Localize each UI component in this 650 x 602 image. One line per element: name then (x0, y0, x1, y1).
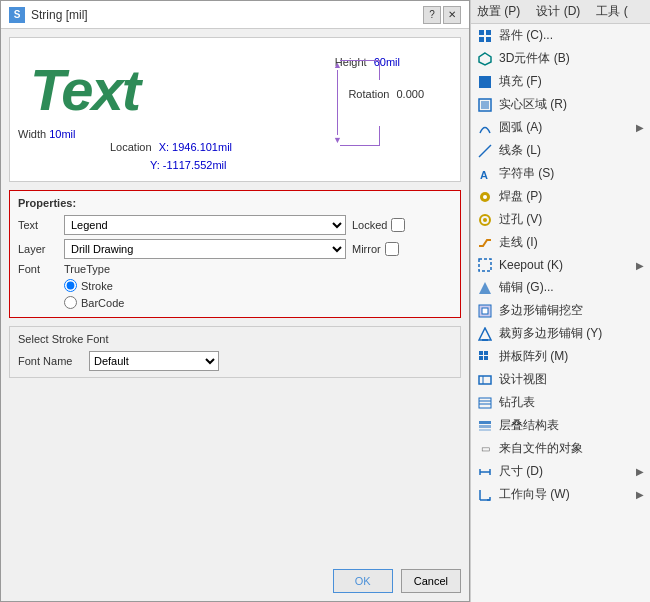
line-label: 线条 (L) (499, 142, 541, 159)
ok-button[interactable]: OK (333, 569, 393, 593)
menu-item-array[interactable]: 拼板阵列 (M) (471, 345, 650, 368)
3d-icon (477, 51, 493, 67)
text-select[interactable]: Legend (64, 215, 346, 235)
svg-rect-31 (479, 429, 491, 431)
layer-select[interactable]: Drill Drawing (64, 239, 346, 259)
svg-marker-15 (479, 282, 491, 294)
dialog-icon: S (9, 7, 25, 23)
menu-item-poly-trim[interactable]: 裁剪多边形铺铜 (Y) (471, 322, 650, 345)
menu-item-via[interactable]: 过孔 (V) (471, 208, 650, 231)
array-icon (477, 349, 493, 365)
title-left: S String [mil] (9, 7, 88, 23)
3d-label: 3D元件体 (B) (499, 50, 570, 67)
keepout-icon (477, 257, 493, 273)
stroke-radio-label: Stroke (81, 280, 113, 292)
width-text: Width (18, 128, 49, 140)
stroke-font-row: Font Name Default (18, 351, 452, 371)
poly-trim-label: 裁剪多边形铺铜 (Y) (499, 325, 602, 342)
menu-item-arc[interactable]: 圆弧 (A) ▶ (471, 116, 650, 139)
dimension-label: 尺寸 (D) (499, 463, 543, 480)
svg-rect-14 (479, 259, 491, 271)
svg-marker-4 (479, 53, 491, 65)
menu-item-from-file[interactable]: ▭ 来自文件的对象 (471, 437, 650, 460)
menu-item-line[interactable]: 线条 (L) (471, 139, 650, 162)
fill-label: 填充 (F) (499, 73, 542, 90)
menu-item-region[interactable]: 实心区域 (R) (471, 93, 650, 116)
layer-stack-icon (477, 418, 493, 434)
svg-rect-3 (486, 37, 491, 42)
keepout-label: Keepout (K) (499, 258, 563, 272)
svg-rect-21 (484, 351, 488, 355)
mirror-label: Mirror (352, 243, 381, 255)
menu-item-trace[interactable]: 走线 (I) (471, 231, 650, 254)
string-icon: A (477, 166, 493, 182)
menu-item-layer-stack[interactable]: 层叠结构表 (471, 414, 650, 437)
menu-item-dimension[interactable]: 尺寸 (D) ▶ (471, 460, 650, 483)
cancel-button[interactable]: Cancel (401, 569, 461, 593)
arc-label: 圆弧 (A) (499, 119, 542, 136)
font-name-select[interactable]: Default (89, 351, 219, 371)
font-label: Font (18, 263, 58, 275)
text-label: Text (18, 219, 58, 231)
svg-rect-20 (479, 351, 483, 355)
menu-item-design-view[interactable]: 设计视图 (471, 368, 650, 391)
location-text: Location (110, 141, 152, 153)
menu-item-component[interactable]: 器件 (C)... (471, 24, 650, 47)
coord-label: 工作向导 (W) (499, 486, 570, 503)
keepout-arrow: ▶ (636, 260, 644, 271)
copper-icon (477, 280, 493, 296)
menu-header: 放置 (P) 设计 (D) 工具 ( (471, 0, 650, 24)
svg-rect-24 (479, 376, 491, 384)
menu-header-place[interactable]: 放置 (P) (477, 3, 520, 20)
font-row: Font TrueType (18, 263, 452, 275)
from-file-label: 来自文件的对象 (499, 440, 583, 457)
menu-header-tools[interactable]: 工具 ( (596, 3, 627, 20)
locked-container: Locked (352, 218, 452, 232)
font-value: TrueType (64, 263, 110, 275)
dialog-title: String [mil] (31, 8, 88, 22)
menu-item-drill[interactable]: 钻孔表 (471, 391, 650, 414)
menu-item-string[interactable]: A 字符串 (S) (471, 162, 650, 185)
menu-header-design[interactable]: 设计 (D) (536, 3, 580, 20)
svg-rect-30 (479, 425, 491, 428)
svg-line-8 (479, 145, 491, 157)
menu-item-keepout[interactable]: Keepout (K) ▶ (471, 254, 650, 276)
width-value: 10mil (49, 128, 75, 140)
pad-label: 焊盘 (P) (499, 188, 542, 205)
location-x-value: X: 1946.101mil (159, 141, 232, 153)
poly-cutout-label: 多边形铺铜挖空 (499, 302, 583, 319)
design-view-icon (477, 372, 493, 388)
radio-group: Stroke BarCode (64, 279, 452, 309)
svg-rect-22 (479, 356, 483, 360)
locked-checkbox[interactable] (391, 218, 405, 232)
menu-item-copper[interactable]: 铺铜 (G)... (471, 276, 650, 299)
svg-rect-17 (482, 308, 488, 314)
close-button[interactable]: ✕ (443, 6, 461, 24)
menu-item-poly-cutout[interactable]: 多边形铺铜挖空 (471, 299, 650, 322)
help-button[interactable]: ? (423, 6, 441, 24)
dialog-buttons: OK Cancel (1, 559, 469, 601)
rotation-value: 0.000 (396, 88, 424, 100)
font-name-label: Font Name (18, 355, 83, 367)
right-panel: 放置 (P) 设计 (D) 工具 ( 器件 (C)... 3D元件体 (B) 填… (470, 0, 650, 602)
mirror-checkbox[interactable] (385, 242, 399, 256)
menu-item-fill[interactable]: 填充 (F) (471, 70, 650, 93)
preview-area: Text Width 10mil Height 60mil Rotation 0… (9, 37, 461, 182)
fill-icon (477, 74, 493, 90)
region-label: 实心区域 (R) (499, 96, 567, 113)
menu-item-pad[interactable]: 焊盘 (P) (471, 185, 650, 208)
barcode-radio-row: BarCode (64, 296, 452, 309)
menu-item-coord[interactable]: 工作向导 (W) ▶ (471, 483, 650, 506)
menu-item-3d[interactable]: 3D元件体 (B) (471, 47, 650, 70)
svg-point-13 (483, 218, 487, 222)
arc-arrow: ▶ (636, 122, 644, 133)
svg-rect-7 (481, 101, 489, 109)
bracket-bottom (340, 126, 380, 146)
properties-section: Properties: Text Legend Locked Layer Dri… (9, 190, 461, 318)
text-row: Text Legend Locked (18, 215, 452, 235)
svg-rect-1 (486, 30, 491, 35)
barcode-radio[interactable] (64, 296, 77, 309)
layer-row: Layer Drill Drawing Mirror (18, 239, 452, 259)
stroke-radio[interactable] (64, 279, 77, 292)
svg-rect-23 (484, 356, 488, 360)
